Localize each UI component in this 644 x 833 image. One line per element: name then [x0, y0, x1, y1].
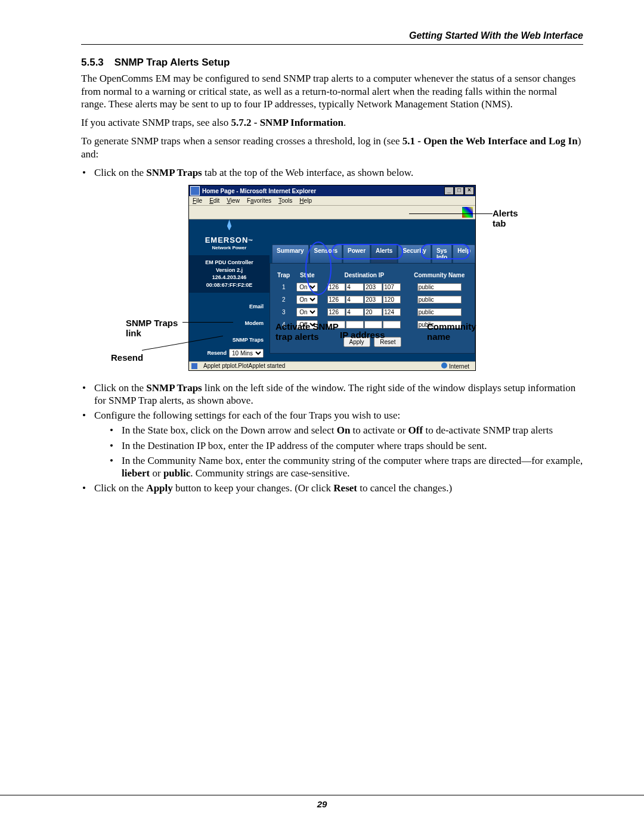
menu-bar: File Edit View Favorites Tools Help [189, 196, 475, 206]
menu-help[interactable]: Help [299, 197, 312, 204]
zone-text: Internet [449, 363, 469, 370]
running-header: Getting Started With the Web Interface [81, 31, 583, 45]
callout-snmp-traps-link: SNMP Trapslink [126, 318, 178, 338]
menu-file[interactable]: File [193, 197, 202, 204]
controller-info: EM PDU Controller Version 2.j 126.4.203.… [189, 255, 270, 292]
windows-logo-icon [462, 207, 473, 218]
body-paragraph: The OpenComms EM may be configured to se… [81, 72, 583, 110]
community-input[interactable] [417, 283, 462, 291]
community-input[interactable] [417, 296, 462, 304]
sidebar-link-modem[interactable]: Modem [189, 318, 270, 329]
callout-resend: Resend [111, 353, 143, 363]
list-item: Click on the Apply button to keep your c… [81, 482, 583, 494]
ip-octet[interactable] [327, 283, 345, 291]
section-number: 5.5.3 [81, 57, 104, 69]
callout-ip: IP address [340, 330, 385, 340]
ip-octet[interactable] [383, 308, 401, 316]
table-row: 2 On [274, 295, 471, 305]
ip-octet[interactable] [346, 283, 364, 291]
ip-octet[interactable] [383, 296, 401, 304]
ip-octet[interactable] [364, 283, 382, 291]
ip-octet[interactable] [364, 308, 382, 316]
ie-icon [190, 186, 200, 196]
ip-octet[interactable] [346, 321, 364, 329]
menu-edit[interactable]: Edit [209, 197, 219, 204]
close-button[interactable]: × [465, 187, 474, 195]
internet-icon [441, 363, 447, 368]
resend-select[interactable]: 10 Mins [229, 349, 264, 358]
resend-label: Resend [207, 350, 227, 356]
list-item: Click on the SNMP Traps link on the left… [81, 382, 583, 407]
col-trap: Trap [274, 271, 293, 280]
menu-tools[interactable]: Tools [278, 197, 292, 204]
maximize-button[interactable]: □ [454, 187, 464, 195]
window-title: Home Page - Microsoft Internet Explorer [202, 188, 316, 194]
applet-icon [191, 363, 197, 369]
brand-subtitle: Network Power [189, 245, 270, 250]
sub-list-item: In the Community Name box, enter the com… [109, 454, 583, 480]
ip-octet[interactable] [346, 308, 364, 316]
minimize-button[interactable]: _ [444, 187, 454, 195]
body-paragraph: To generate SNMP traps when a sensor rea… [81, 135, 583, 160]
ip-octet[interactable] [383, 321, 401, 329]
sub-list-item: In the State box, click on the Down arro… [109, 424, 583, 436]
page-number: 29 [0, 795, 644, 809]
table-row: 3 On [274, 307, 471, 317]
community-input[interactable] [417, 308, 462, 316]
state-select[interactable]: On [296, 295, 318, 304]
callout-activate: Activate SNMPtrap alerts [275, 322, 339, 342]
browser-window: Home Page - Microsoft Internet Explorer … [188, 185, 476, 370]
section-title: SNMP Trap Alerts Setup [114, 57, 230, 69]
sidebar-link-email[interactable]: Email [189, 301, 270, 312]
ip-octet[interactable] [364, 321, 382, 329]
ip-octet[interactable] [327, 308, 345, 316]
status-bar: Applet ptplot.PlotApplet started Interne… [189, 361, 475, 370]
callout-community: Communityname [427, 322, 476, 342]
list-item: Configure the following settings for eac… [81, 409, 583, 479]
ip-octet[interactable] [383, 283, 401, 291]
body-paragraph: If you activate SNMP traps, see also 5.7… [81, 116, 583, 129]
callout-alerts-tab: Alerts tab [493, 209, 518, 228]
list-item: Click on the SNMP Traps tab at the top o… [81, 166, 583, 179]
sub-list-item: In the Destination IP box, enter the IP … [109, 439, 583, 452]
window-titlebar: Home Page - Microsoft Internet Explorer … [189, 185, 475, 196]
menu-view[interactable]: View [227, 197, 240, 204]
table-row: 1 On [274, 282, 471, 292]
ip-octet[interactable] [346, 296, 364, 304]
col-community: Community Name [407, 271, 471, 280]
status-text: Applet ptplot.PlotApplet started [200, 363, 289, 369]
brand-icon [224, 219, 235, 230]
col-dest-ip: Destination IP [321, 271, 407, 280]
menu-favorites[interactable]: Favorites [247, 197, 271, 204]
state-select[interactable]: On [296, 308, 318, 317]
tab-summary[interactable]: Summary [272, 244, 309, 263]
ip-octet[interactable] [327, 296, 345, 304]
ip-octet[interactable] [364, 296, 382, 304]
